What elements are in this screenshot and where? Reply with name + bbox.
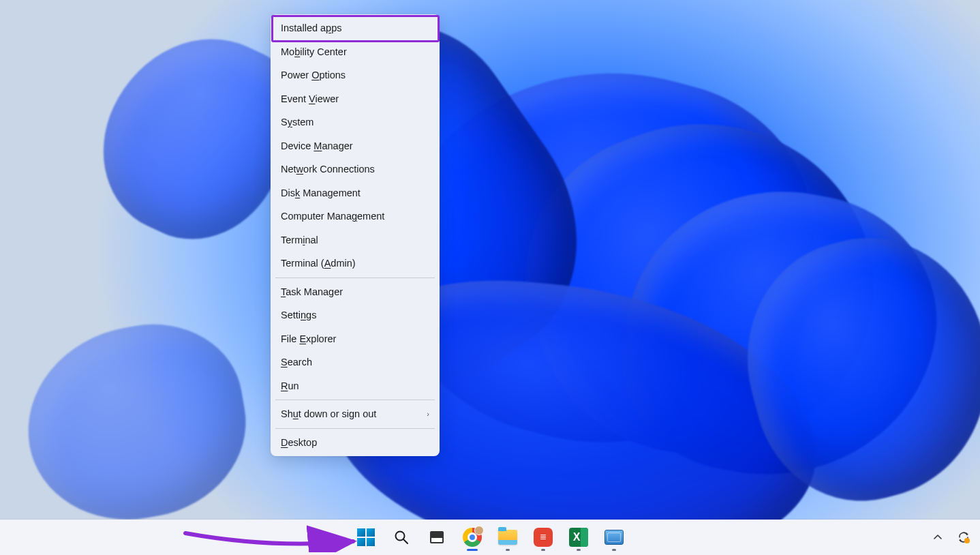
menu-item-desktop[interactable]: Desktop — [273, 431, 438, 455]
menu-item-terminal-admin[interactable]: Terminal (Admin) — [273, 252, 438, 275]
menu-item-terminal[interactable]: Terminal — [273, 228, 438, 252]
menu-item-label: Disk Management — [281, 188, 361, 198]
svg-marker-3 — [966, 532, 968, 535]
menu-item-event-viewer[interactable]: Event Viewer — [273, 87, 438, 111]
chrome-app[interactable] — [457, 522, 487, 552]
menu-item-device-manager[interactable]: Device Manager — [273, 134, 438, 158]
file-explorer-app[interactable] — [493, 522, 523, 552]
menu-item-search[interactable]: Search — [273, 350, 438, 374]
menu-item-computer-management[interactable]: Computer Management — [273, 205, 438, 228]
menu-item-settings[interactable]: Settings — [273, 303, 438, 327]
tray-overflow-button[interactable] — [928, 526, 947, 549]
running-indicator — [506, 549, 510, 551]
menu-item-run[interactable]: Run — [273, 374, 438, 398]
chevron-right-icon: › — [427, 410, 429, 418]
wallpaper-bloom — [12, 310, 260, 535]
menu-item-label: Mobility Center — [281, 47, 347, 57]
menu-item-label: Device Manager — [281, 141, 353, 151]
menu-item-label: Terminal — [281, 235, 318, 245]
menu-item-system[interactable]: System — [273, 110, 438, 134]
todoist-app[interactable]: ≡ — [528, 522, 558, 552]
desktop-wallpaper — [0, 0, 980, 555]
svg-line-2 — [403, 539, 408, 543]
menu-item-label: Power Options — [281, 70, 346, 80]
menu-item-label: Computer Management — [281, 211, 384, 222]
menu-item-label: Shut down or sign out — [281, 409, 376, 419]
menu-item-label: Terminal (Admin) — [281, 258, 356, 269]
active-indicator — [467, 549, 478, 551]
running-indicator — [577, 549, 581, 551]
menu-item-label: Desktop — [281, 438, 317, 448]
menu-separator — [275, 400, 435, 400]
menu-item-power-options[interactable]: Power Options — [273, 63, 438, 87]
winx-power-user-menu[interactable]: Installed appsMobility CenterPower Optio… — [271, 14, 440, 456]
task-view-button[interactable] — [422, 522, 452, 552]
menu-item-disk-management[interactable]: Disk Management — [273, 181, 438, 205]
menu-item-shut-down-or-sign-out[interactable]: Shut down or sign out› — [273, 402, 438, 426]
menu-separator — [275, 278, 435, 278]
svg-point-5 — [964, 538, 970, 543]
search-icon — [394, 530, 409, 545]
menu-item-task-manager[interactable]: Task Manager — [273, 280, 438, 304]
taskbar-center-group: ≡X — [351, 522, 629, 552]
menu-item-label: Installed apps — [281, 23, 342, 33]
running-indicator — [541, 549, 545, 551]
menu-item-label: File Explorer — [281, 334, 336, 344]
taskbar: ≡X — [0, 520, 980, 555]
excel-app[interactable]: X — [564, 522, 594, 552]
menu-item-label: System — [281, 117, 313, 127]
todoist-icon: ≡ — [534, 528, 553, 547]
search-button[interactable] — [386, 522, 416, 552]
menu-separator — [275, 428, 435, 429]
menu-item-label: Event Viewer — [281, 94, 339, 104]
task-view-icon — [430, 531, 444, 543]
onedrive-sync-icon[interactable] — [954, 526, 973, 549]
menu-item-network-connections[interactable]: Network Connections — [273, 158, 438, 181]
menu-item-label: Task Manager — [281, 287, 343, 297]
windows-start-icon — [357, 528, 375, 546]
running-indicator — [612, 549, 616, 551]
menu-item-label: Run — [281, 381, 299, 391]
taskbar-system-tray — [928, 526, 973, 549]
svg-marker-4 — [959, 539, 961, 542]
menu-item-label: Network Connections — [281, 164, 375, 175]
menu-item-mobility-center[interactable]: Mobility Center — [273, 40, 438, 64]
menu-item-label: Search — [281, 357, 312, 368]
chrome-icon — [463, 528, 482, 547]
menu-item-file-explorer[interactable]: File Explorer — [273, 327, 438, 351]
file-explorer-icon — [498, 530, 517, 545]
window-app-icon — [604, 530, 624, 545]
menu-item-label: Settings — [281, 310, 316, 320]
start-button[interactable] — [351, 522, 381, 552]
excel-icon: X — [569, 528, 588, 547]
autohotkey-app[interactable] — [599, 522, 629, 552]
menu-item-installed-apps[interactable]: Installed apps — [273, 16, 438, 40]
